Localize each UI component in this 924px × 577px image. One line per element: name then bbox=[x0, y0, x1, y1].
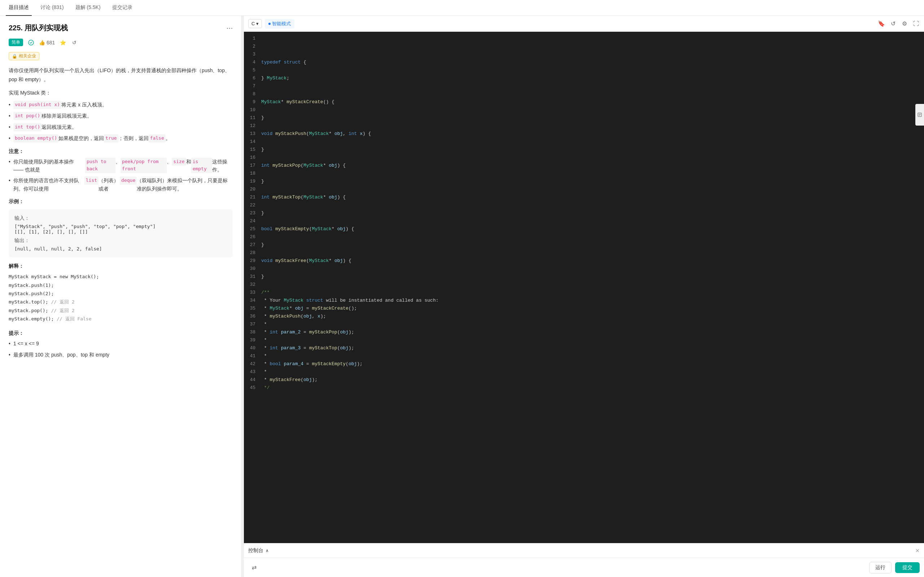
output-value: [null, null, null, 2, 2, false] bbox=[14, 246, 227, 251]
note-title: 注意： bbox=[9, 148, 233, 155]
console-label[interactable]: 控制台 ∧ bbox=[248, 547, 269, 554]
difficulty-badge: 简单 bbox=[9, 39, 23, 46]
code-line: 22 bbox=[244, 201, 924, 209]
code-line: 28 bbox=[244, 249, 924, 257]
code-line: 15} bbox=[244, 146, 924, 154]
example-section: 示例： 输入： ["MyStack", "push", "push", "top… bbox=[9, 198, 233, 257]
action-right: 运行 提交 bbox=[869, 562, 920, 574]
line-content bbox=[261, 106, 924, 114]
line-number: 31 bbox=[244, 273, 261, 281]
line-number: 13 bbox=[244, 130, 261, 138]
code-line: 3 bbox=[244, 50, 924, 58]
close-console-icon[interactable]: ✕ bbox=[915, 548, 920, 554]
tab-description[interactable]: 题目描述 bbox=[6, 0, 32, 16]
line-content: /** bbox=[261, 288, 924, 297]
top-tabs: 题目描述 讨论 (831) 题解 (5.5K) 提交记录 bbox=[0, 0, 924, 16]
more-icon[interactable]: ⋯ bbox=[226, 24, 233, 32]
line-number: 5 bbox=[244, 66, 261, 74]
swap-icon[interactable]: ⇄ bbox=[248, 562, 260, 574]
problem-title-text: 225. 用队列实现栈 bbox=[9, 23, 68, 33]
run-button[interactable]: 运行 bbox=[869, 562, 892, 574]
code-line: 30 bbox=[244, 265, 924, 273]
line-number: 2 bbox=[244, 43, 261, 50]
line-content: MyStack* myStackCreate() { bbox=[261, 98, 924, 106]
code-line: 38 * int param_2 = myStackPop(obj); bbox=[244, 328, 924, 336]
line-number: 1 bbox=[244, 35, 261, 43]
code-line: 21int myStackTop(MyStack* obj) { bbox=[244, 193, 924, 201]
tab-discuss[interactable]: 讨论 (831) bbox=[37, 0, 67, 16]
example-title: 示例： bbox=[9, 198, 233, 205]
code-line: 41 * bbox=[244, 352, 924, 360]
star-icon[interactable]: ⭐ bbox=[59, 39, 66, 46]
language-label: C bbox=[251, 21, 255, 26]
comment-1: // 返回 2 bbox=[51, 299, 74, 305]
fullscreen-icon[interactable]: ⛶ bbox=[913, 20, 920, 27]
explain-line-1: MyStack myStack = new MyStack(); bbox=[9, 272, 233, 281]
explain-section: 解释： MyStack myStack = new MyStack(); myS… bbox=[9, 263, 233, 323]
toolbar-right: 🔖 ↺ ⚙ ⛶ bbox=[878, 20, 920, 27]
action-left: ⇄ bbox=[248, 562, 260, 574]
explain-line-6: myStack.empty(); // 返回 False bbox=[9, 315, 233, 323]
line-content: void myStackFree(MyStack* obj) { bbox=[261, 257, 924, 265]
code-line: 10 bbox=[244, 106, 924, 114]
toolbar-left: C ▾ 智能模式 bbox=[248, 19, 295, 29]
problem-title-row: 225. 用队列实现栈 ⋯ bbox=[9, 23, 233, 33]
code-line: 35 * MyStack* obj = myStackCreate(); bbox=[244, 305, 924, 313]
line-content: } MyStack; bbox=[261, 74, 924, 82]
note-section: 注意： 你只能使用队列的基本操作 —— 也就是 push to back、pee… bbox=[9, 148, 233, 193]
settings-icon[interactable]: ⚙ bbox=[901, 20, 908, 27]
code-line: 20 bbox=[244, 185, 924, 193]
related-company-badge[interactable]: 🔒 相关企业 bbox=[9, 52, 39, 60]
tab-submit[interactable]: 提交记录 bbox=[109, 0, 135, 16]
code-line: 24 bbox=[244, 217, 924, 225]
smart-mode-button[interactable]: 智能模式 bbox=[265, 19, 295, 29]
code-editor[interactable]: 1 2 3 4typedef struct {5 6} MyStack;7 8 … bbox=[244, 32, 924, 543]
line-content: } bbox=[261, 146, 924, 154]
code-line: 39 * bbox=[244, 336, 924, 344]
line-content bbox=[261, 233, 924, 241]
problem-content: 225. 用队列实现栈 ⋯ 简单 👍 681 ⭐ ↺ bbox=[0, 16, 241, 577]
refresh-code-icon[interactable]: ↺ bbox=[889, 20, 897, 27]
line-content bbox=[261, 185, 924, 193]
line-number: 30 bbox=[244, 265, 261, 273]
editor-toolbar: C ▾ 智能模式 🔖 ↺ ⚙ ⛶ bbox=[244, 16, 924, 32]
line-content bbox=[261, 265, 924, 273]
note-item-1: 你只能使用队列的基本操作 —— 也就是 push to back、peek/po… bbox=[9, 158, 233, 174]
comment-2: // 返回 2 bbox=[51, 308, 74, 313]
thumbs-up-icon[interactable]: 👍 bbox=[39, 40, 45, 45]
code-line: 37 * bbox=[244, 321, 924, 328]
line-content: * myStackPush(obj, x); bbox=[261, 313, 924, 321]
code-line: 43 * bbox=[244, 368, 924, 376]
submit-button[interactable]: 提交 bbox=[895, 562, 920, 573]
language-selector[interactable]: C ▾ bbox=[248, 19, 262, 28]
bookmark-icon[interactable]: 🔖 bbox=[878, 20, 885, 27]
code-line: 4typedef struct { bbox=[244, 58, 924, 66]
doc-sidebar-icon[interactable] bbox=[915, 104, 924, 126]
tab-solution[interactable]: 题解 (5.5K) bbox=[72, 0, 103, 16]
method-item-pop: int pop() 移除并返回栈顶元素。 bbox=[9, 112, 233, 120]
code-line: 17int myStackPop(MyStack* obj) { bbox=[244, 162, 924, 169]
code-line: 29void myStackFree(MyStack* obj) { bbox=[244, 257, 924, 265]
refresh-icon[interactable]: ↺ bbox=[71, 39, 78, 46]
line-number: 21 bbox=[244, 193, 261, 201]
app-container: 题目描述 讨论 (831) 题解 (5.5K) 提交记录 225. 用队列实现栈… bbox=[0, 0, 924, 577]
code-line: 2 bbox=[244, 43, 924, 50]
hint-item-1: 1 <= x <= 9 bbox=[9, 340, 233, 348]
code-line: 23} bbox=[244, 209, 924, 217]
method-item-top: int top() 返回栈顶元素。 bbox=[9, 123, 233, 131]
code-line: 42 * bool param_4 = myStackEmpty(obj); bbox=[244, 360, 924, 368]
check-icon[interactable] bbox=[27, 39, 35, 46]
line-content: int myStackPop(MyStack* obj) { bbox=[261, 162, 924, 169]
line-content: * bool param_4 = myStackEmpty(obj); bbox=[261, 360, 924, 368]
problem-meta: 简单 👍 681 ⭐ ↺ bbox=[9, 39, 233, 46]
explain-line-2: myStack.push(1); bbox=[9, 281, 233, 289]
line-number: 4 bbox=[244, 58, 261, 66]
code-line: 8 bbox=[244, 90, 924, 98]
console-text: 控制台 bbox=[248, 547, 263, 554]
line-number: 7 bbox=[244, 82, 261, 90]
explain-title: 解释： bbox=[9, 263, 233, 269]
line-content: */ bbox=[261, 384, 924, 392]
explain-line-4: myStack.top(); // 返回 2 bbox=[9, 298, 233, 306]
line-number: 17 bbox=[244, 162, 261, 169]
code-line: 11} bbox=[244, 114, 924, 122]
